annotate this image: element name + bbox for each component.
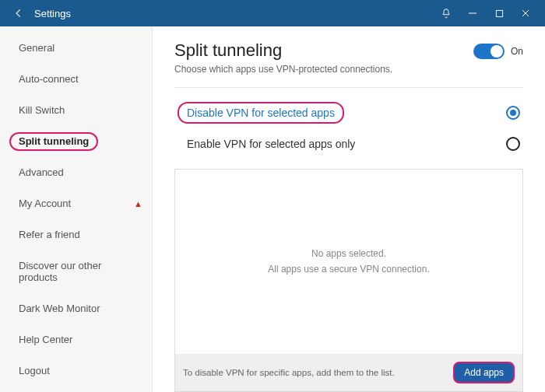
sidebar-item-logout[interactable]: Logout [0, 355, 152, 387]
footer-hint: To disable VPN for specific apps, add th… [183, 368, 453, 377]
option-label: Enable VPN for selected apps only [178, 133, 364, 155]
radio-icon [506, 137, 520, 151]
titlebar-title: Settings [34, 8, 71, 19]
sidebar-item-my-account[interactable]: My Account▲ [0, 188, 152, 219]
sidebar-item-kill-switch[interactable]: Kill Switch [0, 95, 152, 126]
divider [174, 87, 523, 88]
apps-list-box: No apps selected. All apps use a secure … [174, 169, 523, 392]
sidebar-item-label: Advanced [9, 163, 73, 182]
empty-line2: All apps use a secure VPN connection. [268, 262, 429, 277]
close-button[interactable] [512, 0, 539, 26]
apps-footer: To disable VPN for specific apps, add th… [175, 354, 522, 391]
minimize-button[interactable] [459, 0, 486, 26]
sidebar: General Auto-connect Kill Switch Split t… [0, 26, 153, 392]
sidebar-item-label: My Account [9, 194, 80, 213]
back-button[interactable] [6, 8, 31, 19]
sidebar-item-label: Split tunneling [9, 132, 98, 151]
sidebar-item-refer[interactable]: Refer a friend [0, 219, 152, 250]
feature-toggle[interactable] [473, 44, 505, 59]
page-title: Split tunneling [174, 40, 392, 61]
sidebar-item-label: Auto-connect [9, 70, 88, 89]
apps-empty-state: No apps selected. All apps use a secure … [175, 170, 522, 354]
sidebar-item-dark-web[interactable]: Dark Web Monitor [0, 293, 152, 324]
sidebar-item-help-center[interactable]: Help Center [0, 324, 152, 355]
add-apps-button[interactable]: Add apps [453, 362, 515, 383]
empty-line1: No apps selected. [311, 247, 386, 261]
sidebar-item-label: General [9, 39, 64, 58]
sidebar-item-label: Logout [9, 362, 59, 380]
sidebar-item-split-tunneling[interactable]: Split tunneling [0, 126, 152, 157]
main-content: Split tunneling Choose which apps use VP… [153, 26, 545, 392]
bell-icon[interactable] [433, 0, 459, 26]
sidebar-item-label: Discover our other products [9, 257, 142, 287]
warning-icon: ▲ [134, 199, 142, 208]
sidebar-item-discover[interactable]: Discover our other products [0, 250, 152, 293]
radio-icon [506, 106, 520, 120]
sidebar-item-advanced[interactable]: Advanced [0, 157, 152, 188]
sidebar-item-auto-connect[interactable]: Auto-connect [0, 64, 152, 95]
sidebar-item-general[interactable]: General [0, 33, 152, 64]
page-subtitle: Choose which apps use VPN-protected conn… [174, 64, 392, 75]
svg-rect-1 [496, 10, 502, 16]
maximize-button[interactable] [486, 0, 512, 26]
sidebar-item-label: Kill Switch [9, 101, 74, 120]
toggle-label: On [511, 46, 523, 57]
sidebar-item-label: Help Center [9, 331, 82, 349]
sidebar-item-label: Dark Web Monitor [9, 299, 110, 318]
option-enable-vpn-only[interactable]: Enable VPN for selected apps only [174, 128, 523, 159]
option-label: Disable VPN for selected apps [178, 102, 344, 124]
sidebar-item-label: Refer a friend [9, 226, 90, 244]
titlebar: Settings [0, 0, 545, 26]
option-disable-vpn[interactable]: Disable VPN for selected apps [174, 97, 523, 128]
